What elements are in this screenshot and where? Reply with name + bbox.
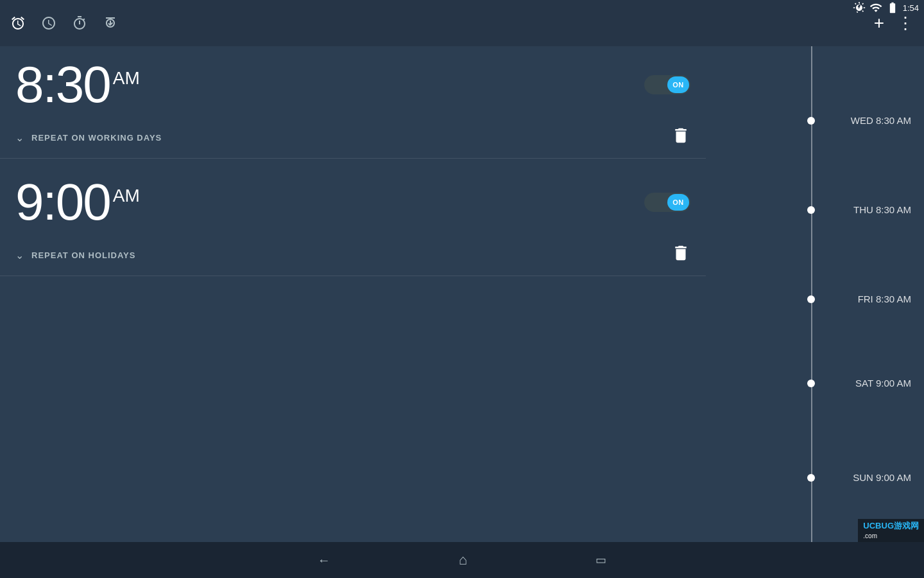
alarm-2-repeat-label: REPEAT ON HOLIDAYS [31,250,135,260]
tab-clock[interactable] [41,15,56,31]
battery-icon [886,1,899,14]
alarm-2-header: 9:00AM ON [15,177,690,234]
alarm-2-toggle[interactable]: ON [644,193,690,212]
toolbar: + ⋮ [0,0,924,46]
recent-button[interactable]: ▭ [595,553,606,567]
alarm-1-delete-button[interactable] [671,126,690,149]
alarm-item-2: 9:00AM ON ⌄ REPEAT ON HOLIDAYS [0,164,706,276]
alarm-status-icon [853,1,866,14]
timeline-label-thu: THU 8:30 AM [853,204,911,215]
main-content: 8:30AM ON ⌄ REPEAT ON WORKING DAYS [0,46,924,542]
alarm-2-toggle-thumb: ON [667,194,689,211]
alarm-1-repeat-label: REPEAT ON WORKING DAYS [31,133,162,143]
timeline-label-wed: WED 8:30 AM [851,115,911,126]
alarm-2-toggle-track[interactable]: ON [644,193,690,212]
timeline-label-fri: FRI 8:30 AM [858,293,911,304]
more-options-button[interactable]: ⋮ [897,13,914,33]
status-bar: 1:54 [809,0,924,15]
alarm-2-expand-icon: ⌄ [15,249,24,261]
toolbar-actions: + ⋮ [874,13,914,33]
alarm-2-time[interactable]: 9:00AM [15,177,140,228]
alarm-2-delete-button[interactable] [671,243,690,267]
alarm-1-repeat[interactable]: ⌄ REPEAT ON WORKING DAYS [15,117,690,158]
alarm-1-toggle-thumb: ON [667,76,689,93]
timeline-dot-wed [807,117,815,125]
tab-stopwatch[interactable] [103,15,118,31]
tab-timer[interactable] [72,15,87,31]
alarm-item-1: 8:30AM ON ⌄ REPEAT ON WORKING DAYS [0,46,706,159]
alarm-1-actions [671,126,690,149]
timeline-label-sun: SUN 9:00 AM [853,472,911,483]
alarm-1-expand-icon: ⌄ [15,132,24,144]
watermark: UCBUG游戏网 .com [858,519,924,542]
timeline-dot-fri [807,295,815,303]
alarm-1-toggle-track[interactable]: ON [644,75,690,94]
bottom-nav: ← ⌂ ▭ [0,542,924,578]
back-button[interactable]: ← [318,553,330,568]
alarm-1-time[interactable]: 8:30AM [15,59,140,110]
add-alarm-button[interactable]: + [874,13,884,33]
timeline-dot-sat [807,380,815,387]
alarm-1-toggle[interactable]: ON [644,75,690,94]
tab-alarm[interactable] [10,15,26,31]
status-time: 1:54 [903,3,919,13]
alarms-list: 8:30AM ON ⌄ REPEAT ON WORKING DAYS [0,46,706,542]
alarm-2-repeat[interactable]: ⌄ REPEAT ON HOLIDAYS [15,234,690,276]
timeline-panel: WED 8:30 AM THU 8:30 AM FRI 8:30 AM SAT … [706,46,924,542]
timeline-label-sat: SAT 9:00 AM [855,378,911,389]
alarm-1-header: 8:30AM ON [15,59,690,117]
wifi-icon [869,1,882,14]
timeline-dot-thu [807,206,815,214]
home-button[interactable]: ⌂ [459,552,467,568]
alarm-2-actions [671,243,690,267]
timeline-dot-sun [807,474,815,482]
toolbar-tabs [10,15,118,31]
